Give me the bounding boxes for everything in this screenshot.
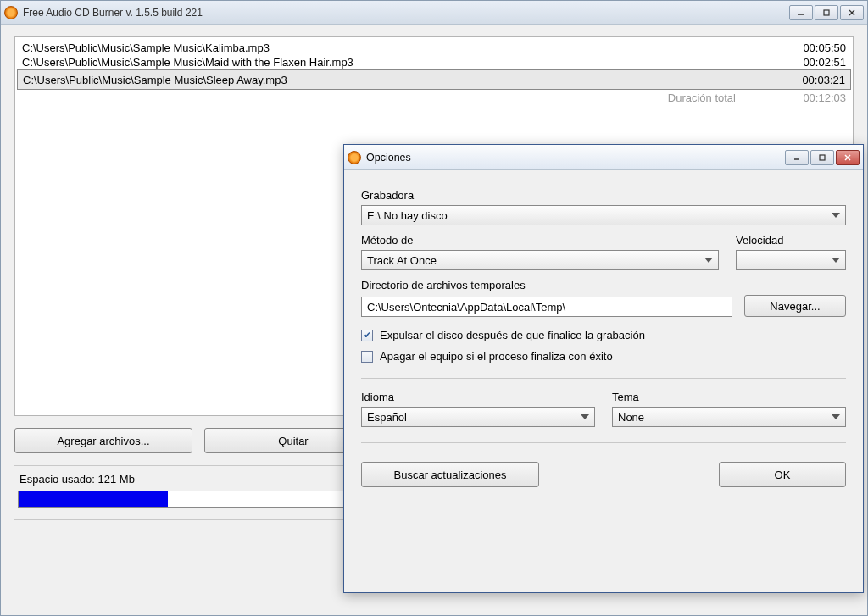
- tempdir-label: Directorio de archivos temporales: [361, 279, 846, 291]
- main-titlebar: Free Audio CD Burner v. 1.5.5 build 221: [1, 1, 867, 25]
- method-label: Método de: [361, 234, 719, 247]
- tempdir-value: C:\Users\Ontecnia\AppData\Local\Temp\: [367, 301, 565, 314]
- dialog-body: Grabadora E:\ No hay disco Método de Tra…: [344, 170, 863, 497]
- minimize-button[interactable]: [789, 5, 813, 20]
- theme-select[interactable]: None: [612, 407, 846, 427]
- dialog-title: Opciones: [366, 152, 785, 164]
- speed-select[interactable]: [736, 250, 846, 270]
- file-path: C:\Users\Public\Music\Sample Music\Kalim…: [22, 42, 787, 54]
- window-controls: [789, 5, 864, 20]
- recorder-value: E:\ No hay disco: [367, 209, 448, 222]
- dialog-minimize-button[interactable]: [785, 150, 809, 165]
- total-duration: 00:12:03: [787, 92, 846, 104]
- close-button[interactable]: [840, 5, 864, 20]
- dialog-divider: [361, 378, 846, 379]
- file-path: C:\Users\Public\Music\Sample Music\Maid …: [22, 56, 787, 69]
- shutdown-label: Apagar el equipo si el proceso finaliza …: [380, 350, 613, 363]
- dialog-titlebar: Opciones: [344, 145, 863, 170]
- theme-label: Tema: [612, 391, 846, 403]
- total-row: Duración total00:12:03: [17, 90, 851, 106]
- tempdir-input[interactable]: C:\Users\Ontecnia\AppData\Local\Temp\: [361, 297, 732, 317]
- options-dialog: Opciones Grabadora E:\ No hay disco Méto…: [343, 144, 864, 593]
- file-duration: 00:03:21: [786, 74, 845, 86]
- svg-rect-1: [824, 10, 829, 15]
- file-row[interactable]: C:\Users\Public\Music\Sample Music\Sleep…: [17, 69, 851, 90]
- language-select[interactable]: Español: [361, 407, 595, 427]
- language-value: Español: [367, 411, 407, 424]
- total-label: Duración total: [22, 92, 787, 104]
- chevron-down-icon: [832, 258, 840, 263]
- browse-button[interactable]: Navegar...: [744, 295, 846, 317]
- app-icon: [348, 151, 361, 164]
- file-row[interactable]: C:\Users\Public\Music\Sample Music\Kalim…: [17, 41, 851, 55]
- theme-value: None: [618, 411, 644, 424]
- eject-checkbox[interactable]: ✔: [361, 330, 373, 341]
- speed-label: Velocidad: [736, 234, 846, 247]
- method-select[interactable]: Track At Once: [361, 250, 719, 270]
- chevron-down-icon: [704, 258, 713, 263]
- file-path: C:\Users\Public\Music\Sample Music\Sleep…: [23, 74, 786, 86]
- method-value: Track At Once: [367, 254, 437, 267]
- recorder-label: Grabadora: [361, 189, 846, 202]
- chevron-down-icon: [581, 414, 589, 419]
- space-progress-fill: [19, 491, 168, 507]
- dialog-divider: [361, 442, 846, 443]
- dialog-close-button[interactable]: [836, 150, 860, 165]
- app-icon: [4, 6, 18, 19]
- recorder-select[interactable]: E:\ No hay disco: [361, 205, 846, 225]
- file-duration: 00:05:50: [787, 42, 846, 54]
- shutdown-checkbox[interactable]: [361, 351, 373, 363]
- ok-button[interactable]: OK: [719, 462, 846, 487]
- check-updates-button[interactable]: Buscar actualizaciones: [361, 462, 539, 487]
- svg-rect-5: [820, 155, 825, 160]
- chevron-down-icon: [832, 414, 840, 419]
- dialog-maximize-button[interactable]: [810, 150, 834, 165]
- window-title: Free Audio CD Burner v. 1.5.5 build 221: [23, 7, 789, 19]
- chevron-down-icon: [832, 213, 840, 218]
- language-label: Idioma: [361, 391, 595, 403]
- maximize-button[interactable]: [815, 5, 838, 20]
- file-duration: 00:02:51: [787, 56, 846, 69]
- file-row[interactable]: C:\Users\Public\Music\Sample Music\Maid …: [17, 55, 851, 69]
- dialog-window-controls: [785, 150, 860, 165]
- add-files-button[interactable]: Agregar archivos...: [14, 428, 192, 453]
- eject-label: Expulsar el disco después de que finalic…: [380, 329, 645, 341]
